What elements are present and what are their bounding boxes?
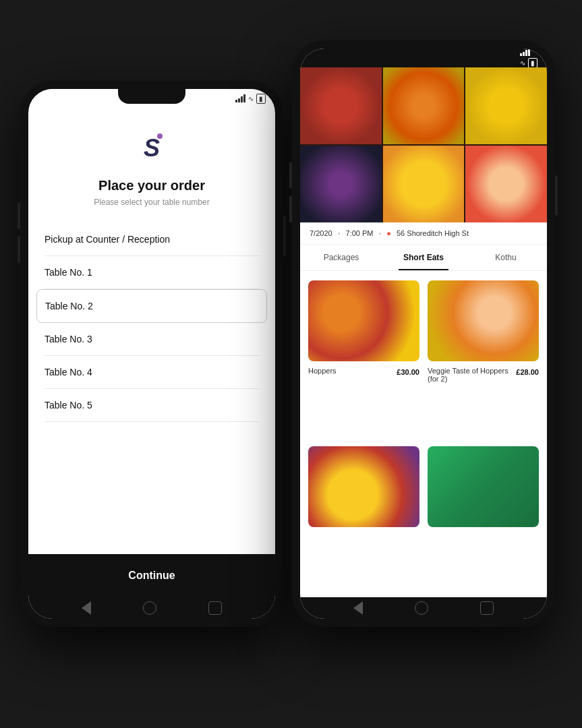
food-cell-1: [300, 67, 382, 144]
tab-packages[interactable]: Packages: [300, 245, 382, 270]
recents-button-2[interactable]: [480, 601, 494, 615]
table-option-4[interactable]: Table No. 4: [45, 356, 259, 389]
table-option-5[interactable]: Table No. 5: [45, 389, 259, 422]
location-text: 56 Shoreditch High St: [397, 229, 469, 237]
volume-down-button[interactable]: [18, 236, 20, 263]
table-option-3[interactable]: Table No. 3: [45, 323, 259, 356]
power-button[interactable]: [283, 216, 286, 256]
logo-dot: [157, 133, 163, 139]
power-button-2[interactable]: [555, 175, 558, 216]
phone-1: ∿ ▮ S Place your order Please select you…: [20, 81, 283, 627]
home-button[interactable]: [143, 601, 156, 615]
status-icons-2: ∿ ▮: [520, 49, 537, 68]
food-cell-2: [383, 67, 465, 144]
menu-card-veggie[interactable]: Veggie Taste of Hoppers (for 2) £28.00: [428, 280, 539, 438]
status-icons-1: ∿ ▮: [235, 94, 266, 104]
continue-button[interactable]: Continue: [28, 554, 275, 597]
table-option-counter[interactable]: Pickup at Counter / Reception: [45, 223, 259, 256]
menu-card-img-veggie: [428, 280, 539, 361]
menu-card-img-4: [428, 446, 539, 527]
menu-card-img-3: [308, 446, 419, 527]
menu-card-price-hoppers: £30.00: [397, 368, 419, 376]
battery-icon: ▮: [256, 94, 266, 104]
menu-card-img-hoppers: [308, 280, 419, 361]
home-bar-1: [28, 597, 275, 619]
notch-2: [390, 49, 457, 63]
recents-button[interactable]: [208, 601, 222, 615]
logo-area: S: [28, 108, 275, 178]
back-button[interactable]: [82, 601, 91, 615]
signal-icon: [235, 94, 245, 102]
back-button-2[interactable]: [353, 601, 363, 615]
logo-letter: S: [144, 136, 160, 160]
food-cell-4: [300, 146, 382, 222]
location-icon: ●: [386, 229, 391, 237]
volume-up-button[interactable]: [18, 202, 20, 229]
table-option-1[interactable]: Table No. 1: [45, 256, 259, 289]
menu-card-name-hoppers: Hoppers: [308, 367, 337, 375]
home-bar-2: [300, 597, 547, 619]
order-subtitle: Please select your table number: [28, 198, 275, 207]
date-text: 7/2020: [310, 229, 332, 237]
food-cell-3: [465, 67, 547, 144]
menu-card-4[interactable]: [428, 446, 539, 588]
volume-down-button-2[interactable]: [289, 195, 292, 222]
notch-1: [118, 89, 185, 104]
separator-2: •: [378, 229, 381, 237]
tab-kothu[interactable]: Kothu: [465, 245, 547, 270]
menu-grid: Hoppers £30.00 Veggie Taste of Hoppers (…: [300, 271, 547, 597]
food-cell-5: [383, 146, 465, 222]
separator-1: •: [338, 229, 341, 237]
wifi-icon: ∿: [248, 95, 254, 102]
phone-2-screen: ∿ ▮ 7/2020 • 7:00 PM: [300, 49, 547, 619]
order-title: Place your order: [28, 178, 275, 193]
volume-up-button-2[interactable]: [289, 162, 292, 189]
restaurant-info-bar: 7/2020 • 7:00 PM • ● 56 Shoreditch High …: [300, 222, 547, 245]
menu-card-info-hoppers: Hoppers £30.00: [308, 367, 419, 376]
menu-card-info-veggie: Veggie Taste of Hoppers (for 2) £28.00: [428, 367, 539, 383]
battery-icon-2: ▮: [528, 58, 537, 68]
phone-2: ∿ ▮ 7/2020 • 7:00 PM: [292, 40, 555, 627]
food-cell-6: [465, 146, 547, 222]
wifi-icon-2: ∿: [520, 59, 525, 67]
menu-card-3[interactable]: [308, 446, 419, 588]
status-bar-1: ∿ ▮: [28, 89, 275, 108]
menu-card-hoppers[interactable]: Hoppers £30.00: [308, 280, 419, 438]
table-option-2[interactable]: Table No. 2: [36, 289, 267, 323]
order-screen: ∿ ▮ S Place your order Please select you…: [28, 89, 275, 619]
tab-short-eats[interactable]: Short Eats: [382, 245, 465, 270]
app-logo: S: [136, 132, 168, 164]
status-bar-2: ∿ ▮: [300, 49, 547, 67]
food-mosaic: [300, 67, 547, 222]
time-text: 7:00 PM: [346, 229, 374, 237]
restaurant-screen: ∿ ▮ 7/2020 • 7:00 PM: [300, 49, 547, 619]
table-list: Pickup at Counter / Reception Table No. …: [28, 223, 275, 554]
menu-card-name-veggie: Veggie Taste of Hoppers (for 2): [428, 367, 516, 383]
restaurant-hero-image: [300, 67, 547, 222]
signal-icon-2: [520, 49, 537, 56]
home-button-2[interactable]: [415, 601, 428, 615]
menu-tabs: Packages Short Eats Kothu: [300, 245, 547, 271]
menu-card-price-veggie: £28.00: [516, 368, 539, 376]
phone-1-screen: ∿ ▮ S Place your order Please select you…: [28, 89, 275, 619]
